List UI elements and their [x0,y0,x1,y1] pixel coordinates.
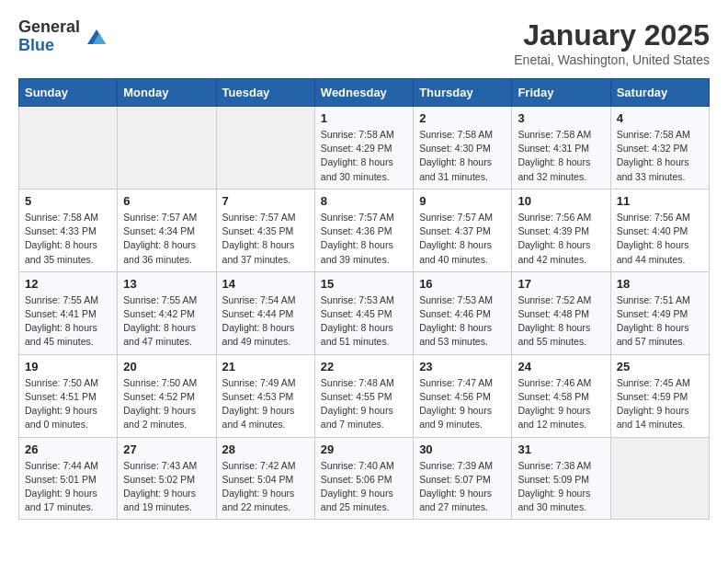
calendar-cell: 10Sunrise: 7:56 AM Sunset: 4:39 PM Dayli… [512,189,610,271]
day-header-tuesday: Tuesday [216,79,314,107]
logo-icon [84,24,109,50]
location-text: Enetai, Washington, United States [514,52,710,67]
day-number: 14 [222,277,309,291]
day-number: 3 [518,111,604,125]
day-info: Sunrise: 7:38 AM Sunset: 5:09 PM Dayligh… [518,459,604,515]
logo-general-text: General [18,18,80,37]
day-number: 25 [617,360,703,373]
calendar-table: SundayMondayTuesdayWednesdayThursdayFrid… [18,78,710,520]
calendar-cell: 9Sunrise: 7:57 AM Sunset: 4:37 PM Daylig… [414,189,512,271]
day-number: 12 [25,277,111,291]
title-section: January 2025 Enetai, Washington, United … [514,18,710,67]
day-number: 4 [617,111,703,125]
day-info: Sunrise: 7:54 AM Sunset: 4:44 PM Dayligh… [222,293,309,350]
calendar-cell: 26Sunrise: 7:44 AM Sunset: 5:01 PM Dayli… [19,437,118,520]
day-info: Sunrise: 7:43 AM Sunset: 5:02 PM Dayligh… [123,459,210,515]
page-header: General Blue January 2025 Enetai, Washin… [18,18,710,67]
day-number: 20 [123,360,210,373]
day-info: Sunrise: 7:55 AM Sunset: 4:42 PM Dayligh… [123,293,210,350]
calendar-cell: 5Sunrise: 7:58 AM Sunset: 4:33 PM Daylig… [19,189,118,271]
calendar-week-4: 19Sunrise: 7:50 AM Sunset: 4:51 PM Dayli… [19,354,710,437]
day-header-saturday: Saturday [610,79,709,107]
calendar-week-1: 1Sunrise: 7:58 AM Sunset: 4:29 PM Daylig… [19,107,710,190]
day-info: Sunrise: 7:45 AM Sunset: 4:59 PM Dayligh… [617,376,703,432]
day-number: 29 [321,442,407,456]
calendar-cell: 7Sunrise: 7:57 AM Sunset: 4:35 PM Daylig… [216,189,314,271]
calendar-cell: 6Sunrise: 7:57 AM Sunset: 4:34 PM Daylig… [118,189,216,271]
calendar-cell: 23Sunrise: 7:47 AM Sunset: 4:56 PM Dayli… [414,354,512,437]
day-info: Sunrise: 7:50 AM Sunset: 4:51 PM Dayligh… [25,376,111,432]
day-number: 16 [419,277,506,291]
day-header-sunday: Sunday [19,79,118,107]
day-info: Sunrise: 7:56 AM Sunset: 4:40 PM Dayligh… [617,211,703,267]
calendar-cell: 29Sunrise: 7:40 AM Sunset: 5:06 PM Dayli… [314,437,413,520]
calendar-cell: 28Sunrise: 7:42 AM Sunset: 5:04 PM Dayli… [216,437,314,520]
day-number: 23 [419,360,506,373]
day-info: Sunrise: 7:58 AM Sunset: 4:30 PM Dayligh… [419,128,506,184]
calendar-cell: 21Sunrise: 7:49 AM Sunset: 4:53 PM Dayli… [216,354,314,437]
day-info: Sunrise: 7:53 AM Sunset: 4:45 PM Dayligh… [321,293,407,350]
day-number: 22 [321,360,407,373]
day-number: 15 [321,277,407,291]
calendar-cell [216,107,314,190]
day-info: Sunrise: 7:53 AM Sunset: 4:46 PM Dayligh… [419,293,506,350]
day-number: 6 [123,194,210,208]
calendar-cell: 13Sunrise: 7:55 AM Sunset: 4:42 PM Dayli… [118,271,216,354]
day-header-friday: Friday [512,79,610,107]
day-info: Sunrise: 7:50 AM Sunset: 4:52 PM Dayligh… [123,376,210,432]
day-info: Sunrise: 7:58 AM Sunset: 4:33 PM Dayligh… [25,211,111,267]
calendar-week-2: 5Sunrise: 7:58 AM Sunset: 4:33 PM Daylig… [19,189,710,271]
day-number: 21 [222,360,309,373]
calendar-cell: 19Sunrise: 7:50 AM Sunset: 4:51 PM Dayli… [19,354,118,437]
calendar-cell: 1Sunrise: 7:58 AM Sunset: 4:29 PM Daylig… [314,107,413,190]
calendar-week-3: 12Sunrise: 7:55 AM Sunset: 4:41 PM Dayli… [19,271,710,354]
day-info: Sunrise: 7:48 AM Sunset: 4:55 PM Dayligh… [321,376,407,432]
calendar-cell: 14Sunrise: 7:54 AM Sunset: 4:44 PM Dayli… [216,271,314,354]
day-number: 27 [123,442,210,456]
day-info: Sunrise: 7:57 AM Sunset: 4:36 PM Dayligh… [321,211,407,267]
day-number: 17 [518,277,604,291]
day-number: 5 [25,194,111,208]
day-info: Sunrise: 7:39 AM Sunset: 5:07 PM Dayligh… [419,459,506,515]
calendar-cell: 2Sunrise: 7:58 AM Sunset: 4:30 PM Daylig… [414,107,512,190]
day-info: Sunrise: 7:44 AM Sunset: 5:01 PM Dayligh… [25,459,111,515]
calendar-cell: 12Sunrise: 7:55 AM Sunset: 4:41 PM Dayli… [19,271,118,354]
day-number: 10 [518,194,604,208]
calendar-cell: 11Sunrise: 7:56 AM Sunset: 4:40 PM Dayli… [610,189,709,271]
day-info: Sunrise: 7:51 AM Sunset: 4:49 PM Dayligh… [617,293,703,350]
day-info: Sunrise: 7:49 AM Sunset: 4:53 PM Dayligh… [222,376,309,432]
calendar-cell: 30Sunrise: 7:39 AM Sunset: 5:07 PM Dayli… [414,437,512,520]
logo-blue-text: Blue [18,37,80,55]
calendar-cell: 27Sunrise: 7:43 AM Sunset: 5:02 PM Dayli… [118,437,216,520]
logo: General Blue [18,18,109,55]
calendar-cell [610,437,709,520]
day-number: 28 [222,442,309,456]
calendar-cell: 18Sunrise: 7:51 AM Sunset: 4:49 PM Dayli… [610,271,709,354]
day-number: 1 [321,111,407,125]
calendar-cell: 22Sunrise: 7:48 AM Sunset: 4:55 PM Dayli… [314,354,413,437]
calendar-header-row: SundayMondayTuesdayWednesdayThursdayFrid… [19,79,710,107]
day-info: Sunrise: 7:58 AM Sunset: 4:31 PM Dayligh… [518,128,604,184]
calendar-cell: 15Sunrise: 7:53 AM Sunset: 4:45 PM Dayli… [314,271,413,354]
day-number: 11 [617,194,703,208]
calendar-cell: 17Sunrise: 7:52 AM Sunset: 4:48 PM Dayli… [512,271,610,354]
day-info: Sunrise: 7:56 AM Sunset: 4:39 PM Dayligh… [518,211,604,267]
calendar-cell: 3Sunrise: 7:58 AM Sunset: 4:31 PM Daylig… [512,107,610,190]
day-header-thursday: Thursday [414,79,512,107]
calendar-cell: 25Sunrise: 7:45 AM Sunset: 4:59 PM Dayli… [610,354,709,437]
day-number: 7 [222,194,309,208]
day-number: 30 [419,442,506,456]
calendar-cell: 20Sunrise: 7:50 AM Sunset: 4:52 PM Dayli… [118,354,216,437]
calendar-week-5: 26Sunrise: 7:44 AM Sunset: 5:01 PM Dayli… [19,437,710,520]
day-number: 9 [419,194,506,208]
day-info: Sunrise: 7:47 AM Sunset: 4:56 PM Dayligh… [419,376,506,432]
day-number: 24 [518,360,604,373]
day-header-wednesday: Wednesday [314,79,413,107]
day-info: Sunrise: 7:55 AM Sunset: 4:41 PM Dayligh… [25,293,111,350]
day-info: Sunrise: 7:57 AM Sunset: 4:37 PM Dayligh… [419,211,506,267]
day-info: Sunrise: 7:57 AM Sunset: 4:34 PM Dayligh… [123,211,210,267]
day-number: 8 [321,194,407,208]
day-info: Sunrise: 7:42 AM Sunset: 5:04 PM Dayligh… [222,459,309,515]
day-info: Sunrise: 7:40 AM Sunset: 5:06 PM Dayligh… [321,459,407,515]
calendar-cell [19,107,118,190]
